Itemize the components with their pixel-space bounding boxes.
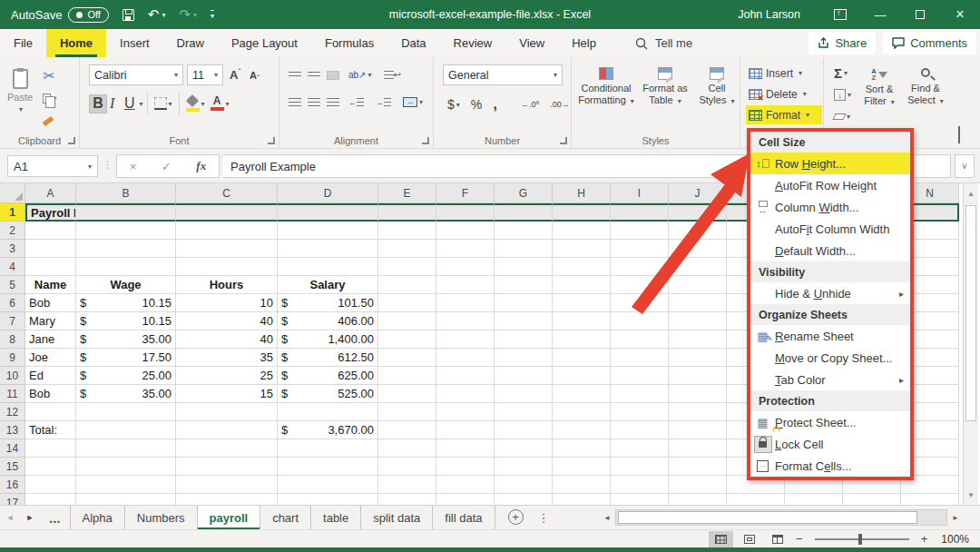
page-layout-view-button[interactable] (737, 531, 761, 547)
comments-button[interactable]: Comments (883, 32, 976, 54)
cell-H16[interactable] (553, 476, 611, 494)
column-header-B[interactable]: B (76, 183, 176, 203)
cell-I3[interactable] (611, 240, 669, 258)
middle-align-button[interactable] (308, 72, 320, 79)
cell-A4[interactable] (25, 258, 76, 276)
cell-F8[interactable] (436, 330, 495, 349)
cell-J10[interactable] (669, 367, 727, 385)
menu-item-default-width[interactable]: Default Width... (750, 240, 910, 261)
cell-I9[interactable] (611, 349, 669, 367)
cell-H1[interactable] (553, 203, 611, 222)
italic-button[interactable]: I (107, 94, 122, 113)
cell-E13[interactable] (378, 421, 436, 439)
ribbon-tab-page-layout[interactable]: Page Layout (218, 29, 311, 57)
fill-button[interactable]: ↓▾ (831, 85, 854, 104)
cell-B3[interactable] (76, 240, 176, 258)
insert-cells-button[interactable]: ←Insert▾ (746, 64, 823, 83)
horizontal-scrollbar[interactable]: ◄ ► (599, 508, 964, 527)
select-all-corner[interactable] (0, 183, 25, 203)
row-header-14[interactable]: 14 (0, 439, 25, 458)
decrease-indent-button[interactable]: ← (346, 93, 367, 112)
cancel-formula-button[interactable]: × (130, 160, 137, 173)
cell-C16[interactable] (176, 476, 278, 494)
cell-I17[interactable] (611, 494, 669, 505)
cell-H12[interactable] (553, 403, 611, 421)
sheet-nav-next-button[interactable]: ► (20, 506, 40, 529)
sheet-tab-chart[interactable]: chart (260, 506, 311, 529)
cell-C12[interactable] (176, 403, 278, 421)
zoom-slider[interactable] (815, 538, 909, 540)
cell-C8[interactable]: 40 (176, 330, 278, 349)
cell-G8[interactable] (495, 330, 553, 349)
cell-B9[interactable]: $17.50 (76, 349, 176, 367)
insert-function-button[interactable]: fx (196, 159, 206, 173)
cell-D17[interactable] (278, 494, 378, 505)
autosave-toggle[interactable]: Off (68, 7, 108, 23)
user-name[interactable]: John Larson (738, 8, 800, 21)
cell-G12[interactable] (495, 403, 553, 421)
cell-K17[interactable] (727, 494, 785, 505)
cell-J1[interactable] (669, 203, 727, 222)
column-header-G[interactable]: G (495, 183, 553, 203)
cell-I4[interactable] (611, 258, 669, 276)
ribbon-tab-formulas[interactable]: Formulas (311, 29, 387, 57)
number-format-combo[interactable]: General▾ (443, 64, 563, 85)
bold-button[interactable]: B (89, 94, 107, 113)
cell-B7[interactable]: $10.15 (76, 312, 176, 330)
menu-item-hide-unhide[interactable]: Hide & Unhide▸ (750, 282, 910, 304)
sheet-tab-table[interactable]: table (311, 506, 361, 529)
row-header-5[interactable]: 5 (0, 276, 25, 294)
cell-B11[interactable]: $35.00 (76, 385, 176, 403)
cell-A7[interactable]: Mary (25, 312, 76, 330)
zoom-level[interactable]: 100% (941, 533, 969, 546)
cell-E16[interactable] (378, 476, 436, 494)
row-header-8[interactable]: 8 (0, 330, 25, 349)
cell-D9[interactable]: $612.50 (278, 349, 378, 367)
cell-F6[interactable] (436, 294, 495, 312)
column-header-H[interactable]: H (553, 183, 611, 203)
font-color-button[interactable]: A▾ (208, 94, 232, 113)
share-button[interactable]: Share (808, 32, 876, 54)
cell-styles-button[interactable]: CellStyles ▾ (694, 63, 740, 107)
cell-A11[interactable]: Bob (25, 385, 76, 403)
cell-E7[interactable] (378, 312, 436, 330)
cell-A3[interactable] (25, 240, 76, 258)
cell-A15[interactable] (25, 458, 76, 476)
cell-I11[interactable] (611, 385, 669, 403)
menu-item-move-or-copy-sheet[interactable]: Move or Copy Sheet... (750, 347, 910, 369)
cell-H2[interactable] (553, 222, 611, 240)
row-header-1[interactable]: 1 (0, 203, 25, 222)
cell-N17[interactable] (901, 494, 959, 505)
cell-D8[interactable]: $1,400.00 (278, 330, 378, 349)
expand-formula-bar-button[interactable]: ˅ (955, 154, 975, 178)
cell-B2[interactable] (76, 222, 176, 240)
scroll-left-icon[interactable]: ◄ (599, 508, 615, 527)
cell-C5[interactable]: Hours (176, 276, 278, 294)
cell-E17[interactable] (378, 494, 436, 505)
zoom-in-button[interactable]: + (918, 532, 931, 546)
cut-button[interactable]: ✂ (40, 66, 59, 85)
underline-button[interactable]: U (122, 94, 138, 113)
sort-filter-button[interactable]: AZ Sort &Filter ▾ (859, 64, 899, 126)
cell-B5[interactable]: Wage (76, 276, 176, 294)
cell-H8[interactable] (553, 330, 611, 349)
new-sheet-button[interactable]: + (508, 509, 524, 525)
orientation-button[interactable]: ab↗▾ (346, 65, 375, 84)
find-select-button[interactable]: Find &Select ▾ (905, 64, 946, 126)
ribbon-tab-home[interactable]: Home (46, 29, 106, 57)
format-as-table-button[interactable]: Format asTable ▾ (639, 63, 691, 107)
cell-H10[interactable] (553, 367, 611, 385)
cell-I16[interactable] (611, 476, 669, 494)
cell-I12[interactable] (611, 403, 669, 421)
format-painter-button[interactable] (40, 112, 59, 131)
cell-F3[interactable] (436, 240, 495, 258)
decrease-decimal-button[interactable]: .00→ (547, 95, 573, 114)
increase-decimal-button[interactable]: ←.0⁰ (518, 95, 542, 114)
cell-H9[interactable] (553, 349, 611, 367)
alignment-dialog-launcher[interactable] (422, 137, 429, 144)
ribbon-tab-insert[interactable]: Insert (106, 29, 163, 57)
cell-J5[interactable] (669, 276, 727, 294)
cell-B4[interactable] (76, 258, 176, 276)
vertical-scroll-thumb[interactable] (965, 205, 976, 421)
save-button[interactable] (122, 9, 134, 21)
